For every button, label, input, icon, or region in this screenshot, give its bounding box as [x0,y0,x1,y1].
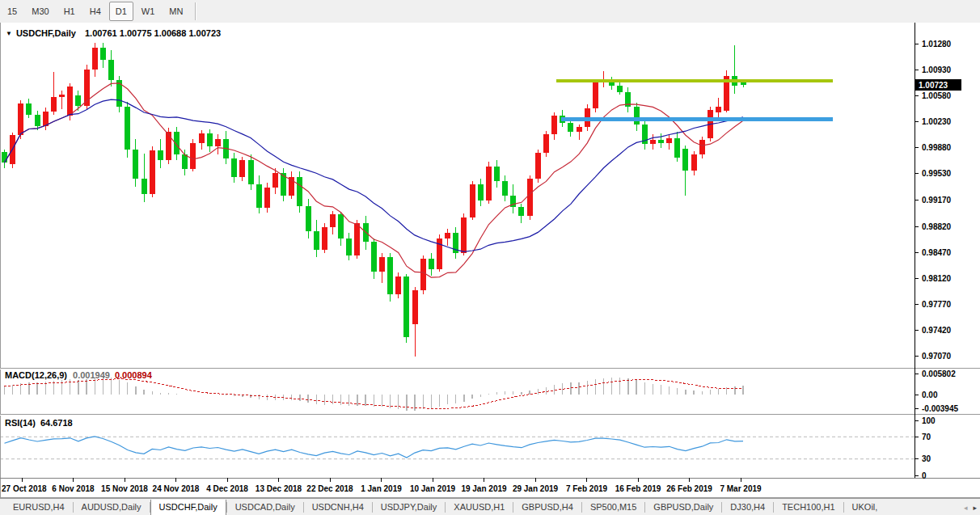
timeframe-buttons: 15M30H1H4D1W1MN [0,2,190,21]
tab-scroll-arrows: ◂ ▸ [961,499,980,515]
date-axis-label: 22 Dec 2018 [306,484,353,493]
timeframe-button-15[interactable]: 15 [1,2,23,21]
macd-main-value: 0.001949 [73,370,110,380]
tab-ukoil-[interactable]: UKOil, [844,500,886,515]
timeframe-button-H4[interactable]: H4 [83,2,108,21]
toolbar-separator [195,2,196,20]
tab-usdcad-daily[interactable]: USDCAD,Daily [227,500,303,515]
candle-body [2,152,7,163]
timeframe-button-H1[interactable]: H1 [57,2,82,21]
candle-body [190,143,196,169]
price-axis-label: 0.99880 [922,143,952,152]
collapse-triangle-icon[interactable]: ▼ [6,30,12,37]
candle-body [59,95,65,98]
candle-body [429,259,434,270]
date-axis-label: 13 Dec 2018 [256,484,302,493]
candle-body [166,132,171,160]
candle-body [51,97,57,111]
candle-body [322,227,327,250]
candle-body [125,107,130,149]
tab-sp500-m15[interactable]: SP500,M15 [582,500,644,515]
candle-body [617,86,623,91]
rsi-axis-label: 0 [922,471,927,480]
candle-body [207,133,213,146]
macd-axis-label: 0.005802 [922,369,956,378]
rsi-value: 64.6718 [40,418,73,428]
date-axis-label: 27 Oct 2018 [2,484,47,493]
candle-body [264,188,270,208]
tab-xauusd-h1[interactable]: XAUUSD,H1 [446,500,513,515]
timeframe-button-D1[interactable]: D1 [109,2,133,21]
candle-body [199,133,205,143]
candle-body [568,123,573,132]
date-axis-label: 4 Dec 2018 [206,484,248,493]
rsi-axis-label: 70 [922,433,931,441]
candle-body [387,257,393,294]
candle-body [658,140,664,144]
candle-body [403,276,409,337]
candle-body [346,239,352,255]
rsi-axis-label: 100 [922,416,936,425]
macd-signal-value: 0.000894 [115,370,152,380]
tab-scroll-right-icon[interactable]: ▸ [973,504,977,512]
candle-body [527,179,533,216]
date-axis-label: 6 Nov 2018 [52,484,95,493]
tab-usdjpy-daily[interactable]: USDJPY,Daily [373,500,446,515]
candle-body [215,139,221,146]
rsi-name: RSI(14) [5,418,36,428]
candle-body [371,242,377,272]
price-axis-label: 1.00930 [922,65,952,74]
candle-body [502,181,508,195]
price-axis-label: 0.98820 [922,222,952,231]
candle-body [158,150,163,160]
date-axis-label: 7 Feb 2019 [566,484,608,493]
candle-body [26,103,32,116]
tab-dj30-h4[interactable]: DJ30,H4 [722,500,773,515]
tab-usdcnh-h4[interactable]: USDCNH,H4 [304,500,372,515]
candlestick-chart-canvas[interactable]: 1.012801.009301.005801.002300.998800.995… [0,23,980,498]
candle-body [182,154,188,169]
candle-body [445,233,450,238]
tab-tech100-h1[interactable]: TECH100,H1 [774,500,843,515]
chart-window[interactable]: 1.012801.009301.005801.002300.998800.995… [0,23,980,498]
price-axis-label: 0.97770 [922,300,952,309]
date-axis-label: 1 Jan 2019 [361,484,402,493]
price-axis-label: 1.00580 [922,91,952,100]
candle-body [314,231,319,250]
candle-body [461,217,467,253]
candle-body [682,149,688,171]
candle-body [412,290,418,324]
tab-audusd-daily[interactable]: AUDUSD,Daily [74,500,150,515]
candle-body [150,150,155,193]
timeframe-button-M30[interactable]: M30 [25,2,55,21]
timeframe-button-MN[interactable]: MN [163,2,189,21]
candle-body [297,177,302,207]
candle-body [379,257,385,272]
tab-gbpusd-h4[interactable]: GBPUSD,H4 [513,500,581,515]
tab-gbpusd-daily[interactable]: GBPUSD,Daily [645,500,721,515]
candle-body [666,138,672,143]
macd-indicator-label: MACD(12,26,9)0.0019490.000894 [5,370,152,380]
candle-body [486,167,492,201]
price-axis-label: 0.98120 [922,274,952,283]
tab-eurusd-h4[interactable]: EURUSD,H4 [5,500,73,515]
candle-body [330,214,336,227]
date-axis-label: 16 Feb 2019 [615,484,661,493]
candle-body [551,116,557,134]
price-axis-label: 0.97070 [922,352,952,361]
candle-body [142,179,147,193]
date-axis-label: 15 Nov 2018 [101,484,148,493]
tab-usdchf-daily[interactable]: USDCHF,Daily [150,500,226,515]
tab-scroll-left-icon[interactable]: ◂ [964,504,968,512]
candle-body [395,276,401,294]
candle-body [691,154,697,171]
chart-ohlc-values: 1.00761 1.00775 1.00688 1.00723 [85,28,221,38]
price-axis-label: 0.99530 [922,169,952,178]
candle-body [306,206,311,230]
candle-body [420,259,426,291]
candle-body [535,153,541,179]
rsi-indicator-label: RSI(14)64.6718 [5,418,73,428]
timeframe-button-W1[interactable]: W1 [135,2,162,21]
macd-axis-label: -0.003945 [922,404,958,413]
candle-body [363,223,369,242]
